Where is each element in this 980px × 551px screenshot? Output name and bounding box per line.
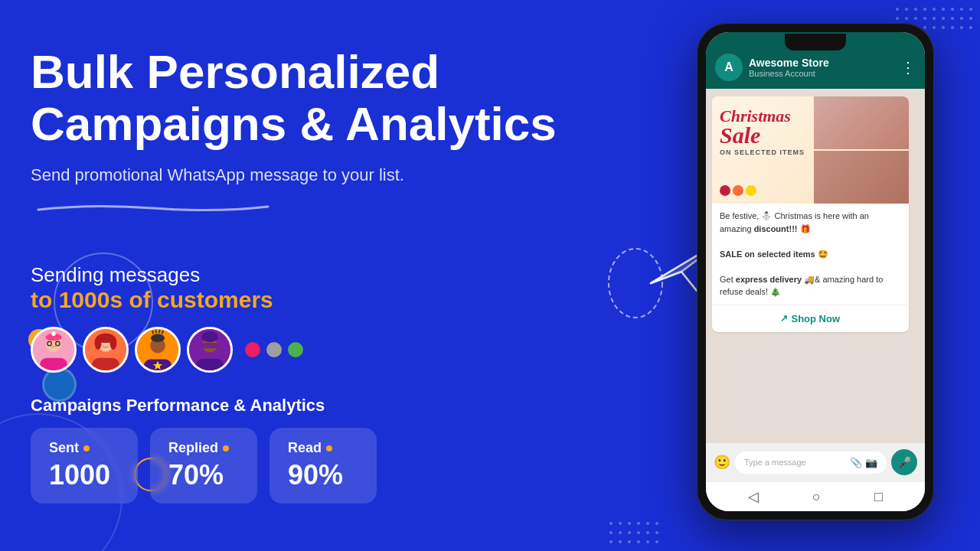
on-selected-text: ON SELECTED ITEMS bbox=[720, 148, 805, 156]
wa-message-text: Be festive, ⛄ Christmas is here with an … bbox=[712, 204, 909, 305]
photo-collage bbox=[814, 96, 908, 204]
stat-replied: Replied 70% bbox=[150, 428, 257, 504]
svg-point-13 bbox=[95, 336, 102, 350]
phone-mockup: A Awesome Store Business Account ⋮ Chris… bbox=[697, 23, 934, 520]
wa-info: Awesome Store Business Account bbox=[749, 57, 894, 78]
wa-input-field[interactable]: Type a message 📎 📷 bbox=[735, 452, 887, 474]
svg-rect-2 bbox=[40, 358, 67, 370]
svg-point-14 bbox=[109, 336, 116, 350]
svg-rect-27 bbox=[201, 343, 218, 348]
sale-line-text: SALE on selected items 🤩 bbox=[720, 249, 828, 259]
input-placeholder: Type a message bbox=[744, 458, 806, 467]
svg-rect-11 bbox=[92, 358, 119, 370]
wa-store-name: Awesome Store bbox=[749, 57, 894, 69]
avatar-1 bbox=[31, 327, 77, 373]
wa-sale-image: Christmas Sale ON SELECTED ITEMS bbox=[712, 96, 909, 204]
stat-sent: Sent 1000 bbox=[31, 428, 138, 504]
wa-input-bar: 🙂 Type a message 📎 📷 🎤 bbox=[706, 443, 925, 481]
decorative-balls bbox=[720, 185, 756, 196]
attachment-icon[interactable]: 📎 bbox=[850, 457, 862, 468]
subtitle: Send promotional WhatsApp message to you… bbox=[31, 165, 567, 185]
analytics-title: Campaigns Performance & Analytics bbox=[31, 396, 567, 416]
svg-rect-26 bbox=[196, 359, 224, 370]
phone-screen: A Awesome Store Business Account ⋮ Chris… bbox=[706, 32, 925, 511]
dot-indicator-3 bbox=[288, 342, 303, 357]
wa-chat: Christmas Sale ON SELECTED ITEMS bbox=[706, 89, 925, 443]
replied-dot bbox=[223, 445, 229, 452]
svg-point-28 bbox=[201, 331, 218, 342]
sending-text: Sending messages bbox=[31, 263, 567, 287]
paper-plane-area bbox=[597, 237, 674, 332]
wa-nav-bar: ◁ ○ □ bbox=[706, 481, 925, 511]
dot-indicator-1 bbox=[245, 342, 260, 357]
wa-menu-dots[interactable]: ⋮ bbox=[900, 60, 916, 75]
read-dot bbox=[326, 445, 332, 452]
svg-line-21 bbox=[159, 330, 160, 334]
sending-highlight: to 1000s of customers bbox=[31, 287, 567, 313]
stats-row: Sent 1000 Replied 70% Read 90% bbox=[31, 428, 567, 504]
wa-account-type: Business Account bbox=[749, 69, 894, 78]
nav-home[interactable]: ○ bbox=[812, 489, 821, 505]
sent-dot bbox=[83, 445, 90, 452]
wa-message-bubble: Christmas Sale ON SELECTED ITEMS bbox=[712, 96, 909, 332]
avatar-4 bbox=[187, 327, 233, 373]
emoji-icon[interactable]: 🙂 bbox=[714, 454, 730, 471]
svg-point-8 bbox=[51, 332, 55, 336]
svg-line-32 bbox=[681, 272, 697, 291]
phone-notch bbox=[785, 34, 846, 51]
mic-button[interactable]: 🎤 bbox=[891, 449, 917, 475]
shop-now-button[interactable]: ↗ Shop Now bbox=[712, 305, 909, 332]
svg-line-20 bbox=[155, 330, 156, 334]
svg-point-18 bbox=[151, 334, 165, 343]
avatars-row bbox=[31, 327, 567, 373]
wa-avatar: A bbox=[715, 54, 743, 81]
avatar-3 bbox=[135, 327, 181, 373]
stat-read: Read 90% bbox=[270, 428, 377, 504]
underline-decoration bbox=[31, 201, 276, 214]
nav-back[interactable]: ◁ bbox=[748, 488, 759, 505]
sale-text: Sale bbox=[720, 125, 805, 145]
sending-section: Sending messages to 1000s of customers bbox=[31, 263, 567, 313]
main-title: Bulk Personalized Campaigns & Analytics bbox=[31, 46, 567, 150]
camera-icon[interactable]: 📷 bbox=[865, 457, 877, 468]
avatar-2 bbox=[83, 327, 129, 373]
dot-indicator-2 bbox=[266, 342, 282, 357]
nav-recent[interactable]: □ bbox=[874, 489, 883, 505]
